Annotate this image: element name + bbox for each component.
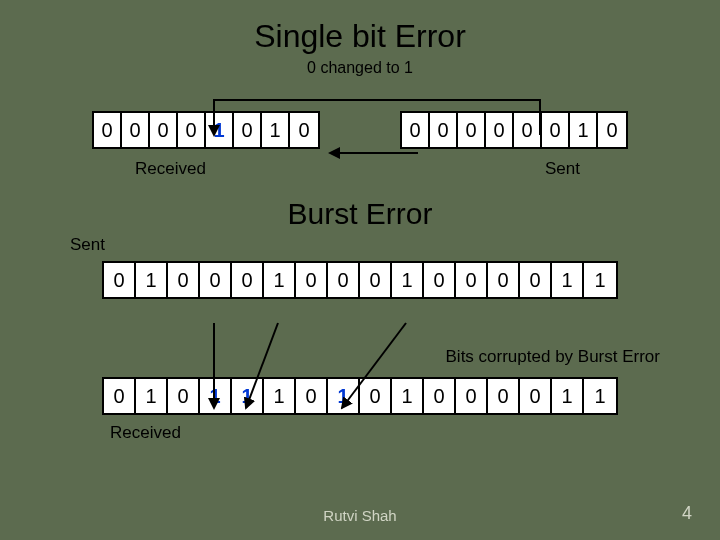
bit-cell: 0 <box>458 113 486 147</box>
bit-cell: 0 <box>234 113 262 147</box>
bit-cell: 0 <box>430 113 458 147</box>
bit-cell: 0 <box>94 113 122 147</box>
single-bit-title: Single bit Error <box>0 0 720 55</box>
bit-cell: 0 <box>200 263 232 297</box>
burst-sent-label: Sent <box>70 235 720 255</box>
bit-cell: 1 <box>584 379 616 413</box>
bit-cell: 1 <box>552 379 584 413</box>
bit-cell: 0 <box>122 113 150 147</box>
bit-cell: 0 <box>178 113 206 147</box>
bit-cell: 0 <box>360 379 392 413</box>
footer-page-number: 4 <box>682 503 692 524</box>
bit-cell: 0 <box>598 113 626 147</box>
burst-sent-bits: 0100010001000011 <box>102 261 618 299</box>
bit-cell: 0 <box>424 263 456 297</box>
bit-cell: 1 <box>264 379 296 413</box>
bit-cell: 0 <box>168 379 200 413</box>
bit-cell: 1 <box>264 263 296 297</box>
footer-author: Rutvi Shah <box>323 507 396 524</box>
bit-cell: 0 <box>520 379 552 413</box>
bit-cell: 1 <box>584 263 616 297</box>
bit-cell: 1 <box>570 113 598 147</box>
bit-cell: 1 <box>552 263 584 297</box>
bit-cell: 0 <box>486 113 514 147</box>
bit-cell: 1 <box>262 113 290 147</box>
bit-cell: 1 <box>136 263 168 297</box>
bit-cell: 0 <box>296 379 328 413</box>
burst-received-bits: 0101110101000011 <box>102 377 618 415</box>
bit-cell: 0 <box>488 263 520 297</box>
bit-cell: 0 <box>104 379 136 413</box>
bit-cell: 0 <box>328 263 360 297</box>
bit-cell: 0 <box>296 263 328 297</box>
bit-cell: 0 <box>290 113 318 147</box>
bit-cell: 1 <box>392 379 424 413</box>
bit-cell: 0 <box>402 113 430 147</box>
single-bit-subtitle: 0 changed to 1 <box>0 59 720 77</box>
bit-cell: 0 <box>488 379 520 413</box>
bit-cell: 1 <box>206 113 234 147</box>
bit-cell: 0 <box>104 263 136 297</box>
bit-cell: 0 <box>456 263 488 297</box>
bit-cell: 0 <box>360 263 392 297</box>
bit-cell: 0 <box>456 379 488 413</box>
burst-title: Burst Error <box>0 197 720 231</box>
burst-received-label: Received <box>110 423 720 443</box>
bit-cell: 1 <box>328 379 360 413</box>
bit-cell: 0 <box>520 263 552 297</box>
burst-caption: Bits corrupted by Burst Error <box>0 347 720 367</box>
bit-cell: 0 <box>514 113 542 147</box>
single-sent-bits: 00000010 <box>400 111 628 149</box>
bit-cell: 1 <box>200 379 232 413</box>
bit-cell: 1 <box>232 379 264 413</box>
bit-cell: 0 <box>542 113 570 147</box>
single-sent-label: Sent <box>545 159 580 179</box>
single-received-label: Received <box>135 159 206 179</box>
bit-cell: 0 <box>424 379 456 413</box>
bit-cell: 1 <box>392 263 424 297</box>
single-received-bits: 00001010 <box>92 111 320 149</box>
bit-cell: 0 <box>150 113 178 147</box>
bit-cell: 0 <box>232 263 264 297</box>
bit-cell: 0 <box>168 263 200 297</box>
bit-cell: 1 <box>136 379 168 413</box>
